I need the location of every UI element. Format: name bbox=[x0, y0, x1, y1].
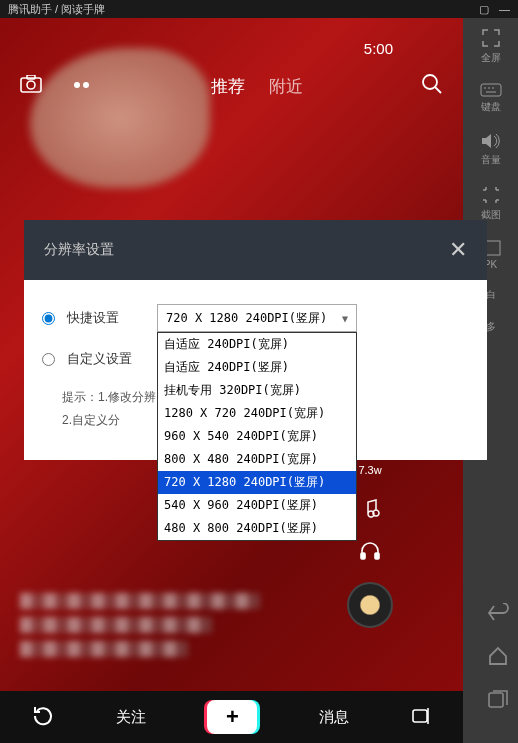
tab-nearby[interactable]: 附近 bbox=[269, 75, 303, 98]
resolution-dialog: 分辨率设置 ✕ 快捷设置 720 X 1280 240DPI(竖屏) ▼ 自适应… bbox=[24, 220, 487, 460]
status-time: 5:00 bbox=[364, 40, 393, 57]
svg-point-4 bbox=[83, 82, 89, 88]
camera-icon[interactable] bbox=[20, 75, 42, 97]
dropdown-option[interactable]: 1280 X 720 240DPI(宽屏) bbox=[158, 402, 356, 425]
nav-follow[interactable]: 关注 bbox=[116, 708, 146, 727]
sidebar-label: 音量 bbox=[481, 153, 501, 167]
music-disc[interactable] bbox=[347, 582, 393, 628]
chevron-down-icon: ▼ bbox=[342, 313, 348, 324]
recents-icon[interactable] bbox=[487, 689, 509, 713]
sidebar-volume[interactable]: 音量 bbox=[481, 132, 501, 167]
dialog-title: 分辨率设置 bbox=[44, 241, 114, 259]
nav-more-icon[interactable] bbox=[410, 705, 432, 730]
svg-point-1 bbox=[27, 81, 35, 89]
svg-point-3 bbox=[74, 82, 80, 88]
dropdown-option[interactable]: 800 X 480 240DPI(宽屏) bbox=[158, 448, 356, 471]
nav-create-button[interactable]: + bbox=[207, 700, 257, 734]
sidebar-more[interactable]: 多 bbox=[486, 320, 496, 334]
search-icon[interactable] bbox=[421, 73, 443, 99]
headphones-icon[interactable] bbox=[359, 540, 381, 560]
svg-rect-12 bbox=[481, 84, 501, 96]
svg-point-5 bbox=[423, 75, 437, 89]
app-title: 腾讯助手 / 阅读手牌 bbox=[8, 2, 105, 17]
nav-messages[interactable]: 消息 bbox=[319, 708, 349, 727]
nav-refresh-icon[interactable] bbox=[31, 704, 55, 731]
svg-rect-8 bbox=[361, 553, 365, 559]
svg-rect-0 bbox=[21, 78, 41, 92]
close-icon[interactable]: ✕ bbox=[449, 237, 467, 263]
dropdown-option[interactable]: 480 X 800 240DPI(竖屏) bbox=[158, 517, 356, 540]
top-nav: 推荐 附近 bbox=[0, 73, 463, 99]
dropdown-option[interactable]: 720 X 1280 240DPI(竖屏) bbox=[158, 471, 356, 494]
bottom-nav: 关注 + 消息 bbox=[0, 691, 463, 743]
radio-quick-label: 快捷设置 bbox=[67, 309, 119, 327]
sidebar-white[interactable]: 白 bbox=[486, 288, 496, 302]
select-value: 720 X 1280 240DPI(竖屏) bbox=[166, 310, 327, 327]
window-title-bar: 腾讯助手 / 阅读手牌 ▢ — bbox=[0, 0, 518, 18]
sidebar-screenshot[interactable]: 截图 bbox=[481, 185, 501, 222]
home-icon[interactable] bbox=[487, 645, 509, 671]
share-count: 7.3w bbox=[358, 464, 381, 476]
tab-recommend[interactable]: 推荐 bbox=[211, 75, 245, 98]
svg-rect-19 bbox=[489, 693, 503, 707]
live-icon[interactable] bbox=[72, 77, 92, 95]
emulator-nav-buttons bbox=[486, 603, 510, 713]
dropdown-option[interactable]: 挂机专用 320DPI(宽屏) bbox=[158, 379, 356, 402]
sidebar-label: 全屏 bbox=[481, 51, 501, 65]
dropdown-option[interactable]: 自适应 240DPI(竖屏) bbox=[158, 356, 356, 379]
sidebar-fullscreen[interactable]: 全屏 bbox=[481, 28, 501, 65]
radio-custom[interactable] bbox=[42, 353, 55, 366]
title-icon-2[interactable]: — bbox=[499, 3, 510, 16]
dropdown-option[interactable]: 540 X 960 240DPI(竖屏) bbox=[158, 494, 356, 517]
svg-rect-9 bbox=[375, 553, 379, 559]
back-icon[interactable] bbox=[486, 603, 510, 627]
svg-line-6 bbox=[435, 87, 441, 93]
sidebar-label: 键盘 bbox=[481, 100, 501, 114]
sidebar-label: 白 bbox=[486, 288, 496, 302]
dropdown-option[interactable]: 自适应 240DPI(宽屏) bbox=[158, 333, 356, 356]
sidebar-keyboard[interactable]: 键盘 bbox=[480, 83, 502, 114]
svg-rect-2 bbox=[27, 75, 35, 79]
title-icon-1[interactable]: ▢ bbox=[479, 3, 489, 16]
resolution-select[interactable]: 720 X 1280 240DPI(竖屏) ▼ bbox=[157, 304, 357, 332]
radio-custom-label: 自定义设置 bbox=[67, 350, 132, 368]
video-caption bbox=[20, 593, 260, 653]
svg-marker-17 bbox=[482, 134, 491, 148]
sidebar-label: 多 bbox=[486, 320, 496, 334]
resolution-dropdown: 自适应 240DPI(宽屏)自适应 240DPI(竖屏)挂机专用 320DPI(… bbox=[157, 332, 357, 541]
svg-rect-10 bbox=[413, 710, 427, 722]
music-icon[interactable] bbox=[360, 498, 380, 518]
radio-quick[interactable] bbox=[42, 312, 55, 325]
dropdown-option[interactable]: 960 X 540 240DPI(宽屏) bbox=[158, 425, 356, 448]
